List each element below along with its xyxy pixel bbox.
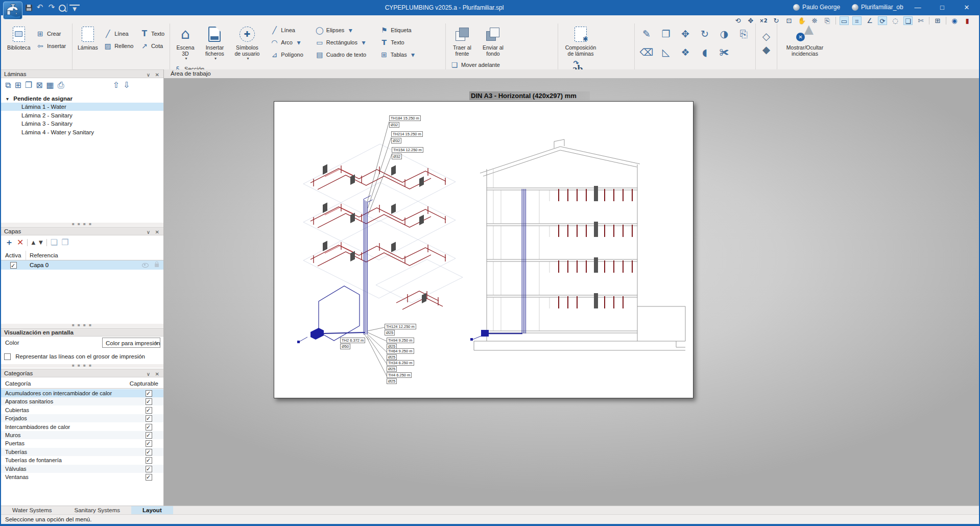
estilo-relleno-button[interactable]: ▨ Relleno bbox=[103, 40, 133, 52]
selection-aid-icon[interactable]: ◌ bbox=[891, 16, 900, 25]
frame-toggle-icon[interactable]: ▭ bbox=[840, 16, 849, 25]
project-avatar[interactable] bbox=[852, 4, 858, 11]
save-button[interactable] bbox=[24, 4, 33, 13]
tree-expanded-icon[interactable]: ▾ bbox=[6, 97, 9, 102]
categoria-row[interactable]: Forjados bbox=[1, 414, 163, 422]
add-sheet-icon[interactable]: ⊞ bbox=[14, 81, 21, 89]
enviar-al-fondo-button[interactable]: Enviar al fondo bbox=[479, 24, 507, 58]
categoria-row[interactable]: Intercambiadores de calor bbox=[1, 423, 163, 431]
capturable-checkbox[interactable] bbox=[146, 415, 152, 422]
layer-visible-icon[interactable] bbox=[142, 263, 149, 268]
insertar-button[interactable]: ⇦ Insertar bbox=[36, 40, 66, 52]
edit-scale-icon[interactable]: ❖ bbox=[681, 47, 689, 57]
export-view-icon[interactable]: ⎘ bbox=[823, 16, 832, 25]
grosor-checkbox[interactable] bbox=[4, 353, 11, 360]
layer-lock-icon[interactable] bbox=[155, 264, 159, 267]
categoria-row[interactable]: Acumuladores con intercambiador de calor bbox=[1, 389, 163, 397]
categoria-row[interactable]: Cubiertas bbox=[1, 406, 163, 414]
edit-move-icon[interactable]: ✥ bbox=[681, 29, 689, 39]
draw-tablas-button[interactable]: ⊞ Tablas ▾ bbox=[379, 49, 419, 61]
delete-sheet-icon[interactable]: ⊠ bbox=[36, 81, 42, 89]
comment-icon[interactable]: ❏ bbox=[903, 16, 913, 25]
panel-splitter[interactable]: ■ ■ ■ ■ bbox=[1, 223, 163, 226]
minimize-button[interactable]: — bbox=[906, 0, 929, 15]
rotate-aid-icon[interactable]: ⟳ bbox=[878, 16, 887, 25]
simbolos-usuario-button[interactable]: ✚ Símbolos de usuario ▾ bbox=[231, 24, 263, 62]
edit-brush-icon[interactable]: ✀ bbox=[720, 47, 729, 57]
cube-wireframe-icon[interactable]: ◇ bbox=[758, 31, 775, 41]
add-layer-icon[interactable]: ＋ bbox=[5, 238, 13, 247]
capturable-checkbox[interactable] bbox=[146, 407, 152, 414]
undo-button[interactable]: ↶ bbox=[35, 4, 45, 13]
estilo-linea-button[interactable]: ╱ Línea bbox=[103, 28, 133, 40]
zoom-extents-icon[interactable]: ✥ bbox=[746, 16, 755, 25]
categoria-row[interactable]: Tuberías de fontanería bbox=[1, 456, 163, 464]
categoria-row[interactable]: Puertas bbox=[1, 439, 163, 447]
edit-eraser-icon[interactable]: ⌫ bbox=[640, 47, 654, 57]
close-panel-icon[interactable]: ✕ bbox=[155, 228, 159, 236]
close-button[interactable]: ✕ bbox=[955, 0, 978, 15]
zoom-x2-icon[interactable]: ×2 bbox=[759, 16, 768, 25]
panel-splitter[interactable]: ■ ■ ■ ■ bbox=[1, 324, 163, 327]
edit-pencil-icon[interactable]: ✎ bbox=[642, 29, 651, 39]
capa-row[interactable]: Capa 0 bbox=[1, 260, 163, 270]
layer-down-icon[interactable]: ▼ bbox=[39, 240, 43, 245]
layer-up-icon[interactable]: ▲ bbox=[31, 240, 35, 245]
titlebar-user[interactable]: Paulo George bbox=[802, 4, 840, 11]
collapse-panel-icon[interactable]: ∨ bbox=[147, 228, 150, 236]
edit-polygon-icon[interactable]: ◺ bbox=[662, 47, 670, 57]
cut-icon[interactable]: ✄ bbox=[916, 16, 925, 25]
zoom-window-icon[interactable]: ⊡ bbox=[784, 16, 794, 25]
color-mode-select[interactable]: Color para impresión ∨ bbox=[102, 338, 160, 348]
layer-active-checkbox[interactable] bbox=[10, 262, 17, 269]
pan-icon[interactable]: ✋ bbox=[797, 16, 806, 25]
capturable-checkbox[interactable] bbox=[146, 432, 152, 439]
move-sheet-up-icon[interactable]: ⇧ bbox=[113, 81, 119, 89]
capturable-checkbox[interactable] bbox=[146, 457, 152, 464]
capturable-checkbox[interactable] bbox=[146, 466, 152, 472]
copy-sheet-icon[interactable]: ❐ bbox=[25, 81, 32, 89]
redo-button[interactable]: ↷ bbox=[46, 4, 57, 13]
capturable-checkbox[interactable] bbox=[146, 398, 152, 405]
draw-etiqueta-button[interactable]: ⚑ Etiqueta bbox=[379, 24, 419, 36]
lower-layer-icon[interactable]: ❐ bbox=[61, 238, 68, 247]
insertar-ficheros-button[interactable]: Insertar ficheros ▾ bbox=[201, 24, 228, 62]
draw-arco-button[interactable]: ◠ Arco ▾ bbox=[270, 36, 310, 49]
capturable-checkbox[interactable] bbox=[146, 390, 152, 397]
capturable-checkbox[interactable] bbox=[146, 424, 152, 431]
layout-panels-icon[interactable]: ⊞ bbox=[933, 16, 942, 25]
estilo-cota-button[interactable]: ↗ Cota bbox=[140, 40, 164, 52]
redraw-icon[interactable]: ↻ bbox=[772, 16, 781, 25]
titlebar-project[interactable]: Plurifamiliar_ob bbox=[861, 4, 903, 11]
capturable-checkbox[interactable] bbox=[146, 474, 152, 481]
composicion-laminas-button[interactable]: ✱ Composición de láminas bbox=[561, 24, 601, 58]
lamina-item-4[interactable]: Lámina 4 - Water y Sanitary bbox=[1, 128, 163, 136]
tab-area-de-trabajo[interactable]: Área de trabajo bbox=[171, 70, 211, 77]
traer-al-frente-button[interactable]: Traer al frente bbox=[448, 24, 476, 58]
capturable-checkbox[interactable] bbox=[146, 440, 152, 447]
move-sheet-down-icon[interactable]: ⇩ bbox=[123, 81, 130, 89]
lamina-item-1[interactable]: Lámina 1 - Water bbox=[1, 103, 163, 111]
draw-rectangulos-button[interactable]: ▭ Rectángulos ▾ bbox=[315, 36, 375, 49]
edit-mirror-icon[interactable]: ◑ bbox=[720, 29, 729, 39]
edit-sheet-icon[interactable]: ▦ bbox=[46, 81, 54, 89]
web-icon[interactable]: ◉ bbox=[950, 16, 959, 25]
tab-layout[interactable]: Layout bbox=[131, 506, 173, 515]
duplicate-sheet-icon[interactable]: ⧉ bbox=[5, 81, 11, 89]
draw-elipses-button[interactable]: ◯ Elipses ▾ bbox=[315, 24, 375, 36]
delete-layer-icon[interactable]: ✕ bbox=[17, 238, 23, 247]
categoria-row[interactable]: Muros bbox=[1, 431, 163, 439]
escena-3d-button[interactable]: ⌂ Escena 3D ▾ bbox=[173, 24, 198, 62]
angle-aid-icon[interactable]: ∠ bbox=[865, 16, 874, 25]
raise-layer-icon[interactable]: ❏ bbox=[51, 238, 58, 247]
draw-texto-button[interactable]: T Texto bbox=[379, 36, 419, 49]
laminas-estilo-button[interactable]: Láminas bbox=[76, 24, 100, 52]
quick-menu-button[interactable]: ▼ bbox=[69, 5, 80, 13]
estilo-texto-button[interactable]: T Texto bbox=[140, 28, 164, 40]
manual-icon[interactable]: ▮ bbox=[963, 16, 972, 25]
draw-cuadro-texto-button[interactable]: ▤ Cuadro de texto bbox=[315, 49, 375, 61]
categoria-row[interactable]: Ventanas bbox=[1, 473, 163, 481]
categoria-row[interactable]: Válvulas bbox=[1, 465, 163, 473]
categoria-row[interactable]: Aparatos sanitarios bbox=[1, 397, 163, 405]
draw-poligono-button[interactable]: ⊿ Polígono bbox=[270, 49, 310, 61]
